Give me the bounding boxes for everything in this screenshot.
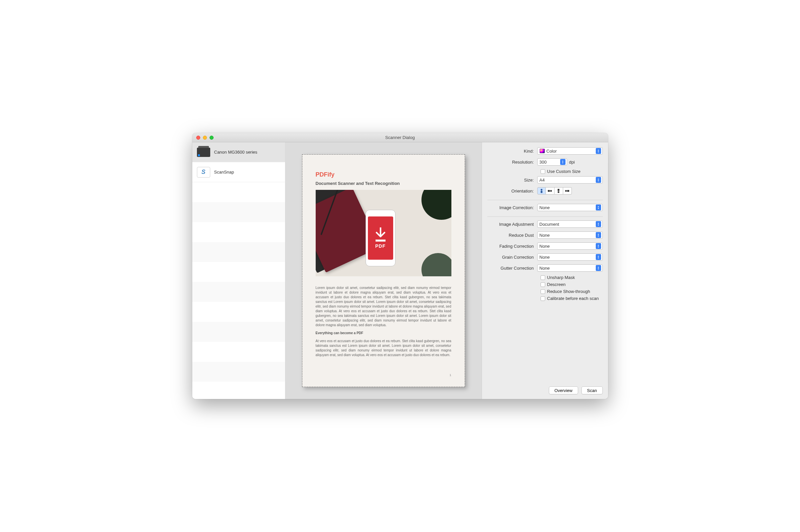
titlebar: Scanner Dialog (192, 133, 608, 142)
image-adjustment-label: Image Adjustment (487, 222, 537, 227)
minimize-icon[interactable] (203, 136, 207, 140)
preview-doc-subtitle: Document Scanner and Text Recognition (316, 181, 451, 186)
use-custom-size-checkbox[interactable]: Use Custom Size (487, 169, 603, 174)
orientation-label: Orientation: (487, 189, 537, 193)
dropdown-arrows-icon (596, 205, 601, 210)
checkbox-icon (541, 169, 545, 174)
sidebar-spacer (192, 182, 285, 399)
preview-doc-title: PDFify (316, 171, 451, 178)
close-icon[interactable] (196, 136, 200, 140)
dropdown-arrows-icon (596, 265, 601, 271)
overview-button[interactable]: Overview (549, 386, 578, 394)
dropdown-arrows-icon (596, 232, 601, 238)
resolution-label: Resolution: (487, 159, 537, 165)
dropdown-arrows-icon (596, 243, 601, 249)
size-select[interactable]: A4 (537, 176, 603, 184)
calibrate-checkbox[interactable]: Calibrate before each scan (487, 296, 603, 301)
preview-page-number: 1 (449, 374, 451, 377)
svg-point-3 (550, 190, 552, 191)
orientation-portrait-flipped[interactable] (555, 187, 563, 194)
dropdown-arrows-icon (596, 254, 601, 260)
printer-icon (197, 148, 210, 157)
svg-rect-4 (548, 190, 550, 191)
checkbox-icon (541, 282, 545, 287)
svg-point-5 (558, 191, 559, 193)
dropdown-arrows-icon (596, 221, 601, 227)
preview-pane: PDFify Document Scanner and Text Recogni… (285, 142, 482, 399)
sidebar-item-canon[interactable]: Canon MG3600 series (192, 142, 285, 162)
reduce-dust-select[interactable]: None (537, 231, 603, 239)
reduce-dust-label: Reduce Dust (487, 233, 537, 238)
kind-label: Kind: (487, 149, 537, 154)
image-correction-label: Image Correction: (487, 205, 537, 210)
footer-buttons: Overview Scan (487, 383, 603, 394)
svg-rect-6 (558, 189, 559, 191)
svg-point-7 (565, 190, 567, 191)
gutter-correction-select[interactable]: None (537, 264, 603, 272)
dropdown-arrows-icon (596, 148, 601, 154)
window-controls (192, 136, 213, 140)
unsharp-mask-checkbox[interactable]: Unsharp Mask (487, 275, 603, 280)
sidebar-item-label: Canon MG3600 series (214, 150, 258, 155)
sidebar-item-label: ScanSnap (214, 170, 234, 174)
checkbox-icon (541, 296, 545, 301)
resolution-unit: dpi (569, 159, 575, 165)
dropdown-arrows-icon (596, 177, 601, 183)
scan-button[interactable]: Scan (581, 386, 603, 394)
separator (487, 216, 603, 217)
scansnap-icon: S (197, 167, 210, 177)
scanner-dialog-window: Scanner Dialog Canon MG3600 series S Sca… (192, 133, 608, 399)
preview-paragraph-1: Lorem ipsum dolor sit amet, consetetur s… (316, 286, 451, 327)
sidebar-item-scansnap[interactable]: S ScanSnap (192, 162, 285, 182)
svg-rect-2 (541, 191, 542, 193)
scanner-sidebar: Canon MG3600 series S ScanSnap (192, 142, 285, 399)
preview-image: PDF (316, 190, 451, 276)
orientation-segmented (537, 187, 572, 194)
kind-select[interactable]: Color (537, 147, 603, 155)
resolution-select[interactable]: 300 (537, 158, 567, 166)
reduce-show-through-checkbox[interactable]: Reduce Show-through (487, 289, 603, 294)
orientation-portrait[interactable] (537, 187, 546, 194)
fading-correction-select[interactable]: None (537, 242, 603, 250)
svg-rect-8 (567, 190, 569, 191)
checkbox-icon (541, 289, 545, 294)
gutter-correction-label: Gutter Correction (487, 266, 537, 271)
scan-preview[interactable]: PDFify Document Scanner and Text Recogni… (302, 154, 465, 387)
preview-paragraph-2: At vero eos et accusam et justo duo dolo… (316, 339, 451, 358)
phone-pdf-label: PDF (375, 243, 386, 249)
grain-correction-label: Grain Correction (487, 255, 537, 260)
svg-rect-0 (375, 240, 386, 242)
settings-panel: Kind: Color Resolution: 300 dpi (482, 142, 608, 399)
window-title: Scanner Dialog (192, 135, 608, 140)
image-correction-select[interactable]: None (537, 204, 603, 211)
descreen-checkbox[interactable]: Descreen (487, 282, 603, 287)
svg-point-1 (541, 189, 542, 191)
dropdown-arrows-icon (560, 159, 565, 165)
size-label: Size: (487, 177, 537, 183)
maximize-icon[interactable] (209, 136, 213, 140)
image-adjustment-select[interactable]: Document (537, 221, 603, 228)
separator (487, 200, 603, 200)
fading-correction-label: Fading Correction (487, 244, 537, 249)
checkbox-icon (541, 275, 545, 280)
grain-correction-select[interactable]: None (537, 253, 603, 261)
orientation-landscape-left[interactable] (563, 187, 572, 194)
preview-heading-2: Everything can become a PDF (316, 331, 451, 336)
phone-graphic: PDF (366, 210, 395, 266)
color-swatch-icon (540, 149, 545, 153)
download-arrow-icon (375, 227, 387, 243)
content-area: Canon MG3600 series S ScanSnap PDFify Do… (192, 142, 608, 399)
orientation-landscape-right[interactable] (546, 187, 555, 194)
